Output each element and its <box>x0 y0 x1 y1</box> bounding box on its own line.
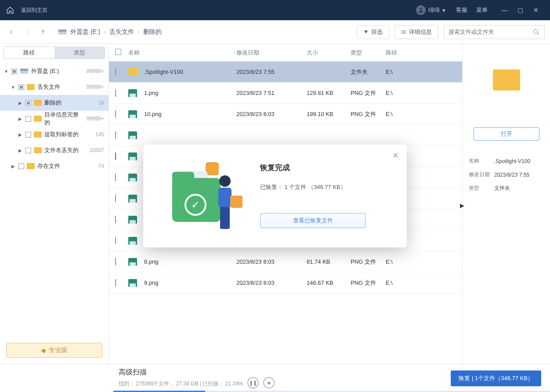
modal-title: 恢复完成 <box>260 163 391 173</box>
modal-close-button[interactable]: ✕ <box>392 151 399 160</box>
recovery-complete-modal: ✕ ✓ 恢复完成 已恢复： 1 个文件 （346.77 KB） 查看已恢复文件 <box>143 145 407 247</box>
modal-illustration: ✓ <box>159 158 247 232</box>
modal-overlay: ✕ ✓ 恢复完成 已恢复： 1 个文件 （346.77 KB） 查看已恢复文件 <box>0 0 550 392</box>
view-recovered-button[interactable]: 查看已恢复文件 <box>260 213 365 228</box>
modal-message: 已恢复： 1 个文件 （346.77 KB） <box>260 183 391 191</box>
